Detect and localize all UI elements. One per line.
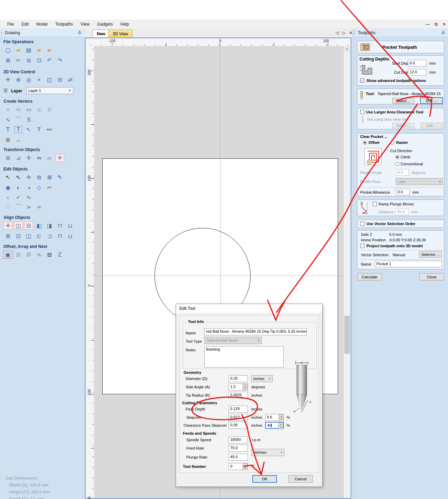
area-clearance-checkbox[interactable] xyxy=(360,110,364,114)
save-file-icon[interactable]: ▤ xyxy=(24,46,34,54)
scroll-up-icon[interactable]: ∧ xyxy=(344,46,351,52)
trim-icon[interactable]: ✂ xyxy=(44,183,55,192)
notes-field[interactable]: finishing xyxy=(204,346,284,368)
vector-order-checkbox[interactable] xyxy=(360,222,364,226)
align-center-material-icon[interactable]: ✛ xyxy=(3,222,12,230)
move-objects-icon[interactable]: ⧉ xyxy=(3,154,13,162)
zoom-fit-icon[interactable]: ◫ xyxy=(44,75,55,84)
climb-radio[interactable] xyxy=(395,155,399,159)
toolpath-name-field[interactable]: Pocket 1 xyxy=(375,261,442,267)
tab-new[interactable]: New xyxy=(92,30,110,37)
join-move-icon[interactable]: ⌒ xyxy=(13,203,24,211)
stepover-percent-spinner[interactable]: ▲▼ xyxy=(279,414,283,421)
stepover-percent-field[interactable]: 9.6 ▲▼ xyxy=(265,414,284,421)
ramp-distance-field[interactable]: 25.0 xyxy=(395,209,409,215)
tip-radius-field[interactable]: 0.0625 xyxy=(228,392,248,399)
align-center-x-icon[interactable]: ◫ xyxy=(14,222,23,230)
fit-bezier-icon[interactable]: ∿ xyxy=(24,193,34,202)
undo-icon[interactable]: ↶ xyxy=(44,56,55,65)
draw-ellipse-icon[interactable]: ○ xyxy=(11,105,26,114)
selector-button[interactable]: Selector ... xyxy=(419,251,442,258)
align-top-icon[interactable]: ⊓ xyxy=(55,221,65,230)
align-sel-x-icon[interactable]: ⊡ xyxy=(13,232,24,240)
scrollbar-thumb[interactable] xyxy=(344,316,350,354)
align-outside-bottom-icon[interactable]: ⊔ xyxy=(65,232,75,240)
pocket-allowance-field[interactable]: 0.0 xyxy=(396,189,410,195)
conventional-radio[interactable] xyxy=(395,162,399,166)
zoom-box-icon[interactable]: ◎ xyxy=(24,75,34,84)
ok-button[interactable]: OK xyxy=(252,475,277,483)
draw-arc-icon[interactable]: ⌒ xyxy=(13,115,24,124)
align-outside-left-icon[interactable]: ⊏ xyxy=(34,232,44,240)
cancel-button[interactable]: Cancel xyxy=(288,475,313,483)
draw-curve-icon[interactable]: S xyxy=(24,115,34,124)
calculate-button[interactable]: Calculate xyxy=(357,273,382,280)
move-origin-icon[interactable]: ✛ xyxy=(24,154,34,162)
array-copy-icon[interactable]: ⊞ xyxy=(13,250,24,259)
distort-icon[interactable]: ▱ xyxy=(44,154,55,162)
text-box-icon[interactable]: T xyxy=(15,126,22,133)
pin-icon[interactable]: ⚲ xyxy=(78,30,81,35)
side-angle-spinner[interactable]: ▲▼ xyxy=(243,384,248,390)
raster-radio[interactable] xyxy=(391,141,394,145)
new-file-icon[interactable]: ▢ xyxy=(3,46,13,54)
feed-rate-field[interactable]: 70.0 xyxy=(228,445,248,452)
project-3d-checkbox[interactable] xyxy=(360,244,364,248)
edit-text-icon[interactable]: ↖ xyxy=(24,125,34,134)
vector-boolean-icon[interactable]: ◇ xyxy=(34,183,44,192)
pan-icon[interactable]: ✛ xyxy=(3,75,13,84)
panel-grip[interactable] xyxy=(354,30,355,35)
text-on-curve-icon[interactable]: ABC xyxy=(44,125,55,134)
stepover-field[interactable]: 0.012 xyxy=(228,414,248,421)
close-panel-button[interactable]: Close xyxy=(419,273,444,280)
export-vectors-icon[interactable]: ▰ xyxy=(44,46,55,54)
close-button[interactable]: ✕ xyxy=(442,22,446,27)
text-spacing-icon[interactable]: Ŧ xyxy=(34,125,44,134)
tool-select-button[interactable]: Select ... xyxy=(392,98,414,104)
dimension-icon[interactable]: ↔ xyxy=(13,136,24,144)
draw-text-icon[interactable]: T xyxy=(3,125,13,134)
align-outside-top-icon[interactable]: ⊓ xyxy=(55,232,65,240)
panel-grip[interactable] xyxy=(1,30,2,35)
start-depth-field[interactable]: 0.0 xyxy=(408,60,427,66)
insert-clipart-icon[interactable]: ✿ xyxy=(3,136,13,144)
open-file-icon[interactable]: ▰ xyxy=(13,46,24,54)
restore-button[interactable]: ⧉ xyxy=(435,22,438,27)
offset-vectors-icon[interactable]: ▣ xyxy=(3,251,13,259)
pin-icon[interactable]: ⚲ xyxy=(442,30,445,35)
clearance-percent-spinner[interactable]: ▲▼ xyxy=(278,423,283,428)
raster-angle-field[interactable]: 0.0 xyxy=(396,169,409,176)
plunge-rate-field[interactable]: 45.0 xyxy=(228,454,248,461)
minimize-button[interactable]: — xyxy=(426,22,430,27)
job-setup-icon[interactable]: ⊞ xyxy=(3,56,13,65)
tab-next-icon[interactable]: ▷ xyxy=(342,30,345,35)
zoom-icon[interactable]: ⊕ xyxy=(13,75,24,84)
intersect-icon[interactable]: ◑ xyxy=(24,183,34,192)
nesting-icon[interactable]: Z xyxy=(55,250,65,259)
area-select-button[interactable]: Select ... xyxy=(392,123,414,128)
diameter-field[interactable]: 0.25 xyxy=(228,375,248,382)
tool-number-spinner[interactable]: ▲▼ xyxy=(243,463,248,470)
close-vector-icon[interactable]: ◌ xyxy=(3,203,13,211)
align-outside-right-icon[interactable]: ⊐ xyxy=(44,232,55,240)
tab-3d-view[interactable]: 3D View xyxy=(108,30,132,37)
import-vectors-icon[interactable]: ▰ xyxy=(34,46,44,54)
align-left-icon[interactable]: ◧ xyxy=(34,221,44,230)
zoom-drawing-icon[interactable]: ⊟ xyxy=(55,75,65,84)
tool-name-field[interactable]: red Ball Nose - Amana 46284 15 Deg Tip 0… xyxy=(204,328,307,335)
side-angle-field[interactable]: 1.0 ▲▼ xyxy=(228,384,248,390)
fit-curve-icon[interactable]: ✓ xyxy=(13,193,24,202)
dialog-title-bar[interactable]: Edit Tool xyxy=(176,304,322,313)
clearance-percent-field[interactable]: 40 ▲▼ xyxy=(265,422,284,429)
join-line-icon[interactable]: ≻ xyxy=(24,203,34,211)
toggle-3d-icon[interactable]: ⇄ xyxy=(65,75,75,84)
block-array-icon[interactable]: ⊟ xyxy=(44,250,55,259)
set-size-icon[interactable]: ⊿ xyxy=(13,154,24,162)
tab-prev-icon[interactable]: ◁ xyxy=(336,30,339,35)
offset-radio[interactable] xyxy=(363,141,367,145)
select-icon[interactable]: ↖ xyxy=(3,173,13,182)
align-center-y-icon[interactable]: ⊟ xyxy=(24,222,33,230)
copy-along-vector-icon[interactable]: ∿ xyxy=(34,250,44,259)
align-sel-center-icon[interactable]: ⊞ xyxy=(3,232,13,240)
pass-depth-field[interactable]: 0.125 xyxy=(228,406,248,413)
